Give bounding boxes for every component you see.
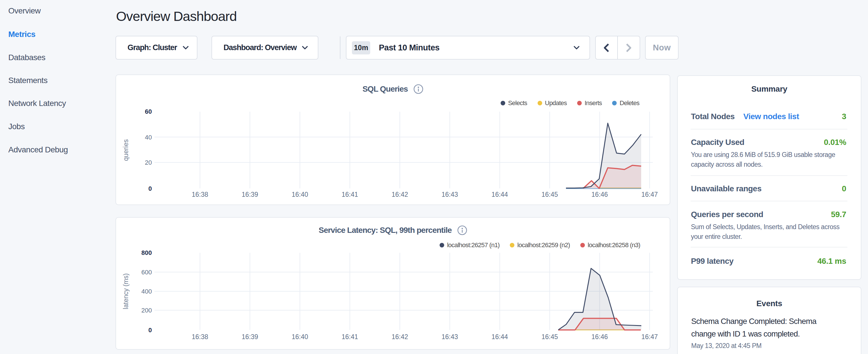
svg-text:queries: queries (122, 139, 129, 161)
svg-text:16:44: 16:44 (492, 191, 508, 198)
svg-text:16:45: 16:45 (541, 191, 558, 198)
svg-text:40: 40 (145, 134, 152, 141)
svg-text:16:42: 16:42 (392, 191, 408, 198)
svg-text:16:38: 16:38 (192, 333, 208, 341)
svg-text:16:41: 16:41 (342, 191, 358, 198)
svg-text:16:40: 16:40 (292, 333, 308, 341)
svg-text:20: 20 (145, 159, 152, 166)
svg-text:16:47: 16:47 (641, 191, 658, 198)
svg-text:16:43: 16:43 (442, 333, 458, 341)
svg-text:16:40: 16:40 (292, 191, 308, 198)
svg-text:0: 0 (149, 185, 152, 192)
svg-text:16:38: 16:38 (192, 191, 208, 198)
svg-text:16:45: 16:45 (541, 333, 558, 341)
svg-text:800: 800 (141, 249, 152, 256)
svg-text:0: 0 (149, 326, 152, 334)
svg-text:400: 400 (141, 288, 152, 295)
svg-text:600: 600 (141, 269, 152, 276)
svg-text:200: 200 (141, 307, 152, 314)
svg-text:16:44: 16:44 (492, 333, 508, 341)
svg-text:16:43: 16:43 (442, 191, 458, 198)
svg-text:16:46: 16:46 (591, 191, 608, 198)
svg-text:latency (ms): latency (ms) (122, 273, 129, 309)
svg-text:16:42: 16:42 (392, 333, 408, 341)
svg-text:16:47: 16:47 (641, 333, 658, 341)
svg-text:16:46: 16:46 (591, 333, 608, 341)
svg-text:16:41: 16:41 (342, 333, 358, 341)
svg-text:16:39: 16:39 (242, 191, 258, 198)
svg-text:16:39: 16:39 (242, 333, 258, 341)
svg-text:60: 60 (145, 108, 152, 115)
